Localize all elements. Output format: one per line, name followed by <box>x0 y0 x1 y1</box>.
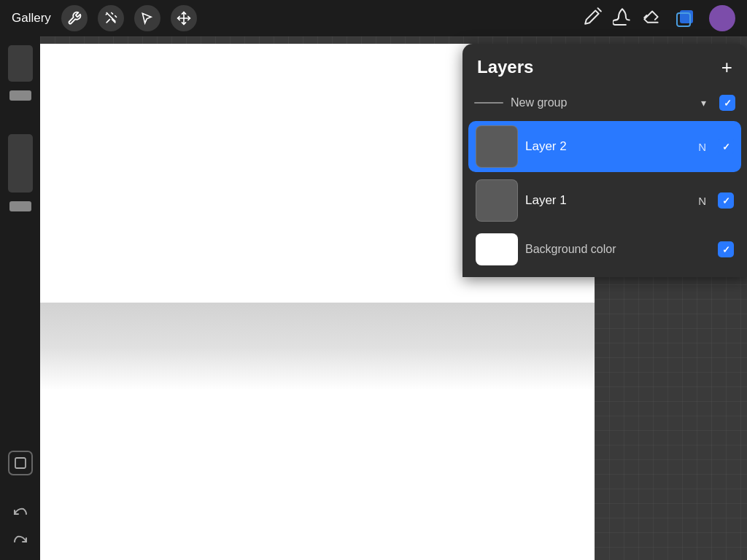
gallery-button[interactable]: Gallery <box>12 11 51 26</box>
layer-2-blend-mode: N <box>698 141 706 153</box>
svg-line-3 <box>598 8 601 11</box>
background-checkbox[interactable] <box>718 241 734 257</box>
shape-button[interactable] <box>8 451 33 475</box>
pen-tool-button[interactable] <box>584 7 603 30</box>
brush-tool-button[interactable] <box>613 7 632 30</box>
svg-rect-6 <box>15 458 26 468</box>
move-tool-button[interactable] <box>171 5 197 31</box>
svg-line-0 <box>107 13 115 22</box>
user-avatar[interactable] <box>709 5 735 31</box>
layer-row-2[interactable]: Layer 2 N <box>468 121 741 172</box>
chevron-down-icon: ▾ <box>701 97 706 109</box>
redo-button[interactable] <box>9 529 31 551</box>
group-line <box>474 102 503 104</box>
wrench-tool-button[interactable] <box>61 5 88 31</box>
size-slider[interactable] <box>9 201 31 211</box>
layer-1-thumbnail <box>476 179 518 222</box>
opacity-slider[interactable] <box>9 90 31 101</box>
layer-2-thumbnail <box>476 125 518 168</box>
new-group-label: New group <box>511 96 694 109</box>
selection-tool-button[interactable] <box>134 5 160 31</box>
top-toolbar: Gallery <box>0 0 747 36</box>
layer-2-checkbox[interactable] <box>718 139 734 155</box>
new-group-checkbox[interactable] <box>719 95 735 111</box>
color-swatch-dark[interactable] <box>8 45 33 82</box>
layer-1-blend-mode: N <box>698 195 706 207</box>
background-label: Background color <box>525 243 711 256</box>
background-color-row[interactable]: Background color <box>462 229 747 270</box>
background-thumbnail <box>476 233 518 265</box>
eraser-tool-button[interactable] <box>642 7 661 30</box>
toolbar-right <box>584 4 735 32</box>
layer-1-name: Layer 1 <box>525 193 691 208</box>
left-sidebar <box>0 36 40 560</box>
toolbar-left: Gallery <box>12 5 197 31</box>
add-layer-button[interactable]: + <box>721 58 732 77</box>
magic-wand-tool-button[interactable] <box>98 5 124 31</box>
layers-panel-title: Layers <box>477 57 533 77</box>
canvas-shadow <box>40 303 595 390</box>
layer-row-1[interactable]: Layer 1 N <box>468 175 741 226</box>
color-swatch-dark-2[interactable] <box>8 134 33 192</box>
layer-1-checkbox[interactable] <box>718 192 734 209</box>
layers-panel: Layers + New group ▾ Layer 2 N Layer 1 N… <box>462 44 747 277</box>
undo-button[interactable] <box>9 502 31 524</box>
new-group-row[interactable]: New group ▾ <box>462 88 747 118</box>
layers-button[interactable] <box>671 4 699 32</box>
layer-2-name: Layer 2 <box>525 139 691 154</box>
svg-rect-4 <box>680 10 693 23</box>
layers-panel-header: Layers + <box>462 44 747 88</box>
